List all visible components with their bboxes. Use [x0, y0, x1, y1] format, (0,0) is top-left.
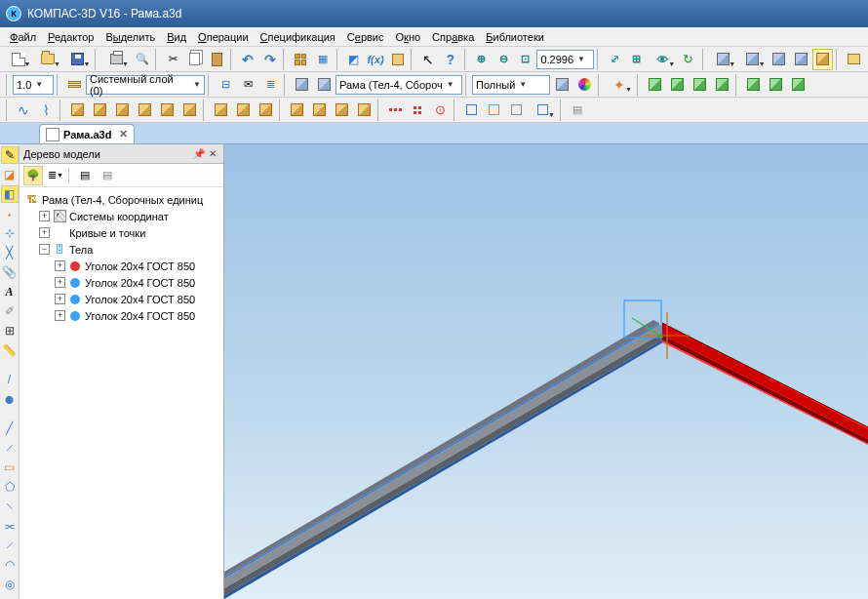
- zoom-out-button[interactable]: ⊖: [493, 49, 514, 70]
- tree-item-coords[interactable]: + ⎖ Системы координат: [21, 208, 221, 224]
- feat-4[interactable]: [134, 100, 155, 121]
- g2[interactable]: [666, 74, 688, 96]
- xtra-4[interactable]: ▼: [528, 100, 557, 121]
- save-button[interactable]: ▼: [63, 49, 92, 70]
- render-button[interactable]: ▼: [709, 49, 737, 70]
- sketch-face[interactable]: ◪: [1, 166, 19, 183]
- tree-root[interactable]: 🏗 Рама (Тел-4, Сборочных единиц: [21, 191, 221, 208]
- seg-tool[interactable]: /: [1, 371, 19, 388]
- attach-tool[interactable]: 📎: [1, 263, 19, 281]
- cube-b[interactable]: [313, 74, 335, 96]
- fit-button[interactable]: ⤢: [604, 49, 625, 70]
- dots-2[interactable]: [407, 100, 428, 121]
- xtra-3[interactable]: [505, 100, 527, 121]
- hide-button[interactable]: [790, 49, 811, 70]
- feat-13[interactable]: [353, 100, 375, 121]
- list-button[interactable]: ≣: [259, 74, 281, 96]
- layer-button[interactable]: [63, 74, 85, 96]
- text-tool[interactable]: A: [1, 283, 19, 300]
- expand-button[interactable]: +: [55, 260, 65, 271]
- menu-редактор[interactable]: Редактор: [42, 29, 99, 45]
- tree-item-curves[interactable]: + Кривые и точки: [21, 224, 221, 241]
- expand-button[interactable]: +: [55, 310, 65, 321]
- menu-спецификация[interactable]: Спецификация: [255, 29, 341, 45]
- redo-button[interactable]: ↷: [259, 49, 281, 70]
- ring-tool[interactable]: ◎: [1, 576, 19, 593]
- snap-tool[interactable]: ⊹: [1, 224, 19, 242]
- zoom-value[interactable]: 0.2996▼: [536, 50, 594, 69]
- apps-button[interactable]: ✦▼: [605, 74, 634, 96]
- line-tool[interactable]: ╱: [1, 419, 19, 437]
- arc-tool[interactable]: ◠: [1, 556, 19, 574]
- zoom-in-button[interactable]: ⊕: [471, 49, 493, 70]
- spec-button[interactable]: ▦: [312, 49, 334, 70]
- tree-item-part[interactable]: + Уголок 20x4 ГОСТ 850: [21, 291, 221, 307]
- tree-item-bodies[interactable]: − 🗄 Тела: [21, 241, 221, 258]
- color-button[interactable]: [573, 74, 595, 96]
- cube-a[interactable]: [291, 74, 312, 96]
- part-box[interactable]: Рама (Тел-4, Сбороч▼: [335, 75, 462, 95]
- tree-item-part[interactable]: + Уголок 20x4 ГОСТ 850: [21, 258, 221, 274]
- pline-tool[interactable]: ⟋: [1, 439, 19, 457]
- style-preview[interactable]: [551, 74, 572, 96]
- close-tab-button[interactable]: ✕: [119, 128, 128, 140]
- feat-7[interactable]: [210, 100, 231, 121]
- feat-11[interactable]: [308, 100, 330, 121]
- tool-a[interactable]: ◩: [343, 49, 365, 70]
- paste-button[interactable]: [207, 49, 228, 70]
- copy-button[interactable]: [184, 49, 206, 70]
- feat-3[interactable]: [111, 100, 133, 121]
- open-button[interactable]: ▼: [33, 49, 61, 70]
- menu-сервис[interactable]: Сервис: [341, 29, 390, 45]
- feat-12[interactable]: [331, 100, 352, 121]
- table-tool[interactable]: ⊞: [1, 322, 19, 339]
- select-button[interactable]: ↖: [417, 49, 439, 70]
- dim-tool[interactable]: ✐: [1, 302, 19, 320]
- curve-b[interactable]: ⌇: [35, 100, 57, 121]
- meas-tool[interactable]: 📏: [1, 341, 19, 359]
- preview-button[interactable]: 🔍: [132, 49, 153, 70]
- viewport-3d[interactable]: [224, 144, 868, 599]
- g4[interactable]: [711, 74, 732, 96]
- edit-mode[interactable]: ✎: [1, 146, 19, 164]
- fx-button[interactable]: f(x): [365, 49, 386, 70]
- expand-button[interactable]: +: [39, 227, 50, 238]
- feat-9[interactable]: [255, 100, 276, 121]
- xtra-1[interactable]: [460, 100, 482, 121]
- tool-b[interactable]: [387, 49, 409, 70]
- refresh-button[interactable]: ↻: [678, 49, 699, 70]
- style-box[interactable]: Полный▼: [472, 75, 550, 95]
- properties-button[interactable]: [290, 49, 311, 70]
- help-button[interactable]: ?: [440, 49, 461, 70]
- tree-item-part[interactable]: + Уголок 20x4 ГОСТ 850: [21, 274, 221, 291]
- xtra-2[interactable]: [483, 100, 504, 121]
- tree-collapse-button[interactable]: ⊟: [215, 74, 236, 96]
- zoom-all-button[interactable]: ⊞: [626, 49, 648, 70]
- collapse-button[interactable]: −: [39, 244, 50, 255]
- feat-5[interactable]: [156, 100, 178, 121]
- menu-справка[interactable]: Справка: [426, 29, 480, 45]
- view-button[interactable]: 👁▼: [649, 49, 677, 70]
- dots-1[interactable]: [384, 100, 406, 121]
- menu-вид[interactable]: Вид: [161, 29, 192, 45]
- feat-10[interactable]: [286, 100, 307, 121]
- expand-button[interactable]: +: [55, 277, 65, 288]
- dots-3[interactable]: ⊙: [429, 100, 451, 121]
- expand-button[interactable]: +: [55, 294, 65, 304]
- pin-button[interactable]: 📌: [192, 148, 206, 159]
- shape3-tool[interactable]: ⬠: [1, 478, 19, 496]
- thickness-box[interactable]: 1.0▼: [13, 75, 54, 95]
- tree-view-button[interactable]: 🌳: [23, 166, 43, 185]
- expand-button[interactable]: +: [39, 211, 50, 221]
- shape-mode[interactable]: ◧: [1, 185, 19, 203]
- lib-button[interactable]: [843, 49, 864, 70]
- layer-box[interactable]: Системный слой (0)▼: [86, 75, 205, 95]
- zoom-region-button[interactable]: ⊡: [515, 49, 536, 70]
- list-view-button[interactable]: ≣▼: [46, 166, 65, 185]
- feat-1[interactable]: [66, 100, 88, 121]
- g3[interactable]: [689, 74, 710, 96]
- node-tool[interactable]: ⬤: [1, 390, 19, 408]
- feat-8[interactable]: [232, 100, 254, 121]
- cut-button[interactable]: ✂: [162, 49, 183, 70]
- persp-button[interactable]: [812, 49, 834, 70]
